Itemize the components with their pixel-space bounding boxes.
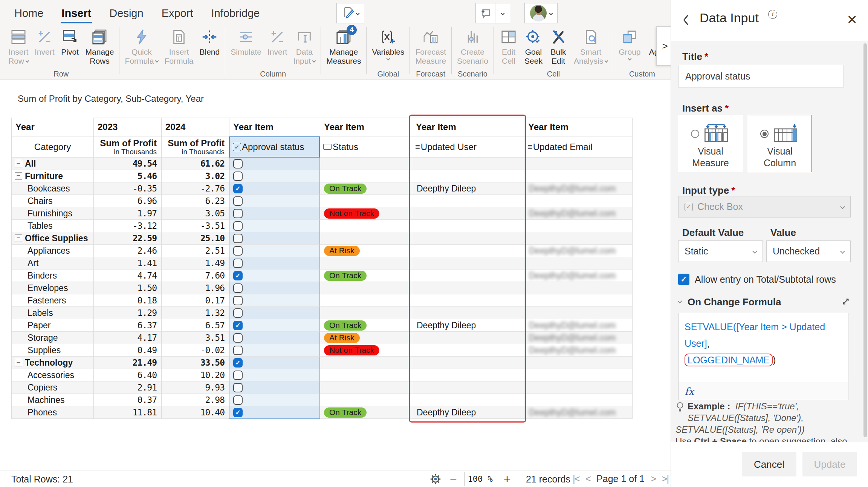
status-cell[interactable] bbox=[320, 294, 412, 307]
profit-2024-cell[interactable]: 3.05 bbox=[161, 207, 229, 220]
updated-user-cell[interactable] bbox=[412, 357, 524, 369]
table-row[interactable]: −All49.5461.62 bbox=[12, 158, 632, 170]
profit-2024-cell[interactable]: -3.51 bbox=[161, 220, 229, 232]
last-page-button[interactable]: >| bbox=[662, 473, 668, 485]
profit-2024-cell[interactable]: 61.62 bbox=[161, 158, 229, 170]
approval-status-header[interactable]: ✓Approval status bbox=[229, 136, 320, 158]
column-header-year-item[interactable]: Year Item bbox=[320, 118, 412, 136]
approval-status-cell[interactable]: ✓ bbox=[229, 319, 320, 332]
updated-user-cell[interactable] bbox=[412, 332, 524, 344]
close-icon[interactable]: ✕ bbox=[847, 12, 858, 27]
tab-design[interactable]: Design bbox=[108, 6, 144, 23]
approval-checkbox[interactable] bbox=[233, 296, 243, 305]
updated-email-cell[interactable] bbox=[524, 369, 632, 381]
approval-checkbox[interactable] bbox=[233, 395, 243, 405]
approval-status-cell[interactable] bbox=[229, 369, 320, 381]
approval-status-cell[interactable] bbox=[229, 220, 320, 232]
profit-2023-cell[interactable]: -3.12 bbox=[93, 220, 161, 232]
table-row[interactable]: Tables-3.12-3.51 bbox=[12, 220, 632, 232]
row-name-cell[interactable]: Bookcases bbox=[12, 182, 93, 195]
column-header-2023[interactable]: 2023 bbox=[93, 118, 161, 136]
row-name-cell[interactable]: Binders bbox=[12, 270, 93, 282]
status-cell[interactable]: On Track bbox=[320, 319, 412, 332]
approval-status-cell[interactable]: ✓ bbox=[229, 270, 320, 282]
tab-export[interactable]: Export bbox=[161, 6, 194, 23]
table-row[interactable]: Appliances2.462.51At RiskDeepthyD@lumel.… bbox=[12, 245, 632, 257]
approval-status-cell[interactable] bbox=[229, 170, 320, 182]
column-header-year-item[interactable]: Year Item bbox=[524, 118, 632, 136]
table-row[interactable]: Machines0.372.98 bbox=[12, 394, 632, 406]
table-row[interactable]: −Office Supplies22.5925.10 bbox=[12, 232, 632, 245]
table-row[interactable]: Bookcases-0.35-2.76✓On TrackDeepthy Dile… bbox=[12, 182, 632, 195]
add-comment-button[interactable] bbox=[475, 3, 510, 23]
approval-checkbox[interactable] bbox=[233, 246, 243, 256]
profit-2023-cell[interactable]: -0.35 bbox=[93, 182, 161, 195]
insert-row-button[interactable]: InsertRow bbox=[5, 26, 32, 69]
invert-button[interactable]: Invert bbox=[32, 26, 58, 69]
profit-2023-cell[interactable]: 1.41 bbox=[93, 257, 161, 270]
updated-user-header[interactable]: ≡Updated User bbox=[412, 136, 524, 158]
profit-2024-cell[interactable]: 0.17 bbox=[161, 294, 229, 307]
user-menu[interactable] bbox=[524, 3, 558, 23]
profit-2024-cell[interactable]: 1.32 bbox=[161, 307, 229, 319]
smart-analysis-button[interactable]: SmartAnalysis bbox=[571, 26, 611, 69]
approval-checkbox[interactable] bbox=[233, 234, 243, 243]
table-header-row[interactable]: Year20232024Year ItemYear ItemYear ItemY… bbox=[12, 118, 632, 136]
column-header-year-item[interactable]: Year Item bbox=[229, 118, 320, 136]
approval-status-cell[interactable] bbox=[229, 294, 320, 307]
profit-2023-cell[interactable]: 1.29 bbox=[93, 307, 161, 319]
profit-2024-cell[interactable]: 10.20 bbox=[161, 369, 229, 381]
row-name-cell[interactable]: Storage bbox=[12, 332, 93, 344]
table-row[interactable]: Paper6.376.57✓On TrackDeepthy DileepDeep… bbox=[12, 319, 632, 332]
updated-user-cell[interactable] bbox=[412, 245, 524, 257]
status-cell[interactable]: At Risk bbox=[320, 245, 412, 257]
updated-user-cell[interactable] bbox=[412, 220, 524, 232]
value-select[interactable]: Unchecked bbox=[766, 240, 851, 262]
updated-email-cell[interactable] bbox=[524, 232, 632, 245]
approval-status-cell[interactable] bbox=[229, 257, 320, 270]
approval-status-cell[interactable]: ✓ bbox=[229, 182, 320, 195]
status-cell[interactable] bbox=[320, 158, 412, 170]
row-name-cell[interactable]: −Furniture bbox=[12, 170, 93, 182]
updated-email-cell[interactable]: DeepthyD@lumel.com bbox=[524, 319, 632, 332]
profit-2023-cell[interactable]: 49.54 bbox=[93, 158, 161, 170]
updated-user-cell[interactable] bbox=[412, 344, 524, 357]
profit-2023-cell[interactable]: 11.81 bbox=[93, 406, 161, 419]
table-row[interactable]: Binders4.747.60✓On TrackDeepthyD@lumel.c… bbox=[12, 270, 632, 282]
row-name-cell[interactable]: −All bbox=[12, 158, 93, 170]
approval-status-cell[interactable] bbox=[229, 158, 320, 170]
updated-email-cell[interactable]: DeepthyD@lumel.com bbox=[524, 406, 632, 419]
profit-measure-header[interactable]: Sum of Profitin Thousands bbox=[93, 136, 161, 158]
profit-2024-cell[interactable]: 33.50 bbox=[161, 357, 229, 369]
status-pill[interactable]: Not on Track bbox=[324, 345, 379, 355]
approval-status-cell[interactable] bbox=[229, 344, 320, 357]
collapse-icon[interactable]: − bbox=[15, 160, 22, 167]
table-row[interactable]: −Technology21.4933.50✓ bbox=[12, 357, 632, 369]
status-cell[interactable] bbox=[320, 357, 412, 369]
row-name-cell[interactable]: Tables bbox=[12, 220, 93, 232]
approval-checkbox[interactable]: ✓ bbox=[233, 358, 243, 368]
profit-2023-cell[interactable]: 0.37 bbox=[93, 394, 161, 406]
approval-checkbox[interactable]: ✓ bbox=[233, 184, 243, 193]
approval-checkbox[interactable] bbox=[233, 383, 243, 392]
goal-seek-button[interactable]: GoalSeek bbox=[521, 26, 546, 69]
status-cell[interactable] bbox=[320, 369, 412, 381]
approval-status-cell[interactable] bbox=[229, 245, 320, 257]
approval-checkbox[interactable] bbox=[233, 196, 243, 206]
row-name-cell[interactable]: Supplies bbox=[12, 344, 93, 357]
status-cell[interactable]: On Track bbox=[320, 182, 412, 195]
updated-user-cell[interactable] bbox=[412, 257, 524, 270]
profit-2024-cell[interactable]: 3.51 bbox=[161, 332, 229, 344]
category-header[interactable]: Category bbox=[12, 136, 93, 158]
table-row[interactable]: Art1.411.49 bbox=[12, 257, 632, 270]
row-name-cell[interactable]: Paper bbox=[12, 319, 93, 332]
column-header-year-item[interactable]: Year Item bbox=[412, 118, 524, 136]
update-button[interactable]: Update bbox=[802, 452, 857, 476]
updated-email-cell[interactable] bbox=[524, 158, 632, 170]
profit-2024-cell[interactable]: 2.51 bbox=[161, 245, 229, 257]
status-cell[interactable] bbox=[320, 170, 412, 182]
approval-status-cell[interactable] bbox=[229, 381, 320, 394]
simulate-button[interactable]: Simulate bbox=[228, 26, 264, 69]
status-cell[interactable]: Not on Track bbox=[320, 207, 412, 220]
status-pill[interactable]: On Track bbox=[324, 184, 367, 194]
